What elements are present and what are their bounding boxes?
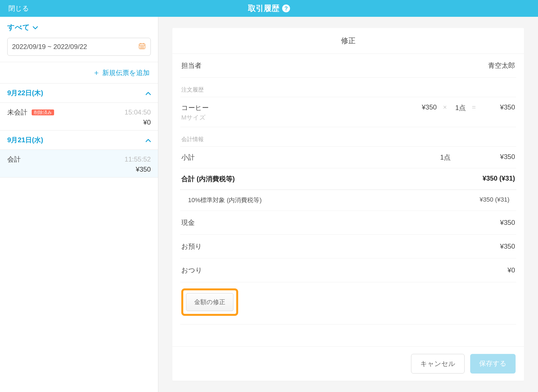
order-unit-price: ¥350 <box>422 103 437 111</box>
amount-edit-highlight: 金額の修正 <box>181 288 238 316</box>
order-item-sub: Mサイズ <box>181 113 416 122</box>
transaction-status: 会計 <box>7 155 21 164</box>
svg-point-4 <box>140 46 141 47</box>
date-group-label: 9月21日(水) <box>7 136 43 144</box>
tax-value: ¥350 (¥31) <box>480 196 509 204</box>
date-group-header[interactable]: 9月22日(木) <box>0 83 158 103</box>
page-title-text: 取引履歴 <box>248 3 279 14</box>
date-range-text: 2022/09/19 ~ 2022/09/22 <box>12 43 87 51</box>
date-group-header[interactable]: 9月21日(水) <box>0 130 158 150</box>
filter-dropdown[interactable]: すべて <box>0 17 158 34</box>
plus-icon: ＋ <box>93 68 100 78</box>
page-title: 取引履歴 ? <box>248 3 290 14</box>
subtotal-row: 小計 1点 ¥350 <box>180 147 516 168</box>
total-value: ¥350 (¥31) <box>483 174 515 183</box>
order-item-name: コーヒー <box>181 103 416 112</box>
transaction-amount: ¥0 <box>7 118 151 126</box>
transaction-status-text: 会計 <box>7 155 21 163</box>
total-label: 合計 (内消費税等) <box>181 174 235 183</box>
order-line-total: ¥350 <box>484 103 515 111</box>
svg-point-7 <box>140 48 141 48</box>
save-button[interactable]: 保存する <box>470 354 516 374</box>
tax-label: 10%標準対象 (内消費税等) <box>188 196 262 204</box>
account-section-label: 会計情報 <box>180 127 516 147</box>
deposit-value: ¥350 <box>500 242 515 250</box>
detail-title: 修正 <box>172 28 524 54</box>
chevron-down-icon <box>33 23 38 32</box>
transaction-status-text: 未会計 <box>7 108 27 116</box>
change-label: おつり <box>181 266 202 275</box>
multiply-icon: × <box>443 103 449 111</box>
cash-label: 現金 <box>181 218 195 227</box>
cash-value: ¥350 <box>500 219 515 227</box>
svg-point-5 <box>142 46 142 47</box>
date-range-picker[interactable]: 2022/09/19 ~ 2022/09/22 <box>7 38 151 56</box>
close-label: 閉じる <box>8 4 29 13</box>
deposit-label: お預り <box>181 242 202 251</box>
detail-card: 修正 担当者 青空太郎 注文履歴 コーヒー Mサイズ ¥350 × <box>172 28 524 381</box>
transaction-time: 11:55:52 <box>125 155 151 163</box>
order-line: コーヒー Mサイズ ¥350 × 1点 = ¥350 <box>180 97 516 127</box>
total-row: 合計 (内消費税等) ¥350 (¥31) <box>180 168 516 190</box>
date-group-label: 9月22日(木) <box>7 88 43 97</box>
staff-label: 担当者 <box>181 61 201 70</box>
add-slip-button[interactable]: ＋ 新規伝票を追加 <box>0 62 158 83</box>
order-qty: 1点 <box>455 103 466 112</box>
close-button[interactable]: 閉じる <box>8 0 29 17</box>
svg-point-6 <box>143 46 144 47</box>
help-icon[interactable]: ? <box>282 4 290 12</box>
svg-point-9 <box>143 48 144 48</box>
chevron-up-icon <box>146 136 151 144</box>
chevron-up-icon <box>146 89 151 97</box>
transaction-status: 未会計 削除済み <box>7 108 54 117</box>
amount-edit-button[interactable]: 金額の修正 <box>186 293 233 311</box>
staff-value: 青空太郎 <box>488 61 515 70</box>
transaction-time: 15:04:50 <box>125 108 151 116</box>
sidebar: すべて 2022/09/19 ~ 2022/09/22 <box>0 17 158 392</box>
transaction-row[interactable]: 未会計 削除済み 15:04:50 ¥0 <box>0 103 158 130</box>
tax-row: 10%標準対象 (内消費税等) ¥350 (¥31) <box>180 190 516 211</box>
order-section-label: 注文履歴 <box>180 78 516 97</box>
subtotal-label: 小計 <box>181 153 195 162</box>
subtotal-qty: 1点 <box>434 153 451 162</box>
add-slip-label: 新規伝票を追加 <box>102 68 150 77</box>
change-value: ¥0 <box>507 266 515 274</box>
header-bar: 閉じる 取引履歴 ? <box>0 0 538 17</box>
deleted-badge: 削除済み <box>32 109 54 115</box>
subtotal-amount: ¥350 <box>484 153 515 162</box>
transaction-row[interactable]: 会計 11:55:52 ¥350 <box>0 150 158 178</box>
calendar-icon <box>138 42 146 52</box>
detail-footer: キャンセル 保存する <box>172 346 524 381</box>
cancel-button[interactable]: キャンセル <box>411 354 465 374</box>
svg-point-8 <box>142 48 142 48</box>
equals-icon: = <box>472 103 478 111</box>
filter-label: すべて <box>7 22 30 32</box>
main-panel: 修正 担当者 青空太郎 注文履歴 コーヒー Mサイズ ¥350 × <box>158 17 538 392</box>
transaction-amount: ¥350 <box>7 165 151 173</box>
